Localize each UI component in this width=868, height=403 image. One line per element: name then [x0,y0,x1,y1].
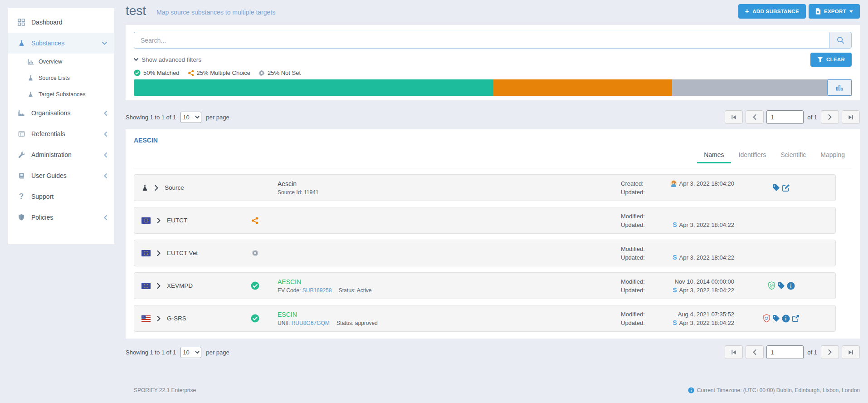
clear-filters-button[interactable]: CLEAR [810,53,852,67]
date-label: Updated: [621,221,660,229]
export-label: EXPORT [824,9,846,14]
add-substance-button[interactable]: + ADD SUBSTANCE [738,4,806,19]
chevron-right-icon[interactable] [157,251,161,256]
first-page-icon [731,350,736,355]
shield-check-icon[interactable] [768,281,775,290]
legend-not-set: 25% Not Set [258,69,301,76]
table-row-eutct: EUTCT Modified: Updated: [134,207,836,234]
match-progress-bar [134,79,852,96]
tab-mapping[interactable]: Mapping [814,149,852,163]
sidebar-item-substances[interactable]: Substances [8,33,114,54]
legend-label: 50% Matched [143,69,180,76]
tag-icon[interactable] [772,315,780,322]
table-row-source: Source Aescin Source Id: 11941 Created: … [134,174,836,201]
info-icon[interactable] [787,282,795,290]
sidebar-item-administration[interactable]: Administration [8,144,114,165]
plus-icon: + [745,8,750,15]
shield-sync-icon[interactable] [763,314,770,323]
list-icon [17,131,25,137]
gear-icon [258,70,265,76]
tag-icon[interactable] [777,282,785,290]
last-page-button[interactable] [842,345,860,359]
sporify-s-icon: S [673,286,677,295]
advanced-filters-toggle[interactable]: Show advanced filters [134,56,201,63]
next-page-button[interactable] [821,345,839,359]
last-page-button[interactable] [842,110,860,124]
main-content: test Map source substances to multiple t… [126,0,860,393]
sidebar-item-support[interactable]: ? Support [8,186,114,207]
external-link-icon[interactable] [792,315,800,322]
matched-check-icon [251,314,259,323]
progress-segment-not-set [672,79,852,96]
per-page-select[interactable]: 10 [180,347,201,358]
first-page-button[interactable] [725,110,743,124]
funnel-icon [817,57,823,63]
chevron-right-icon[interactable] [155,185,158,191]
detail-status: Status: approved [336,320,378,326]
chevron-left-icon [104,152,107,157]
sidebar-item-referentials[interactable]: Referentials [8,123,114,144]
first-page-button[interactable] [725,345,743,359]
chart-toggle-button[interactable] [827,79,852,96]
flask-icon [27,75,34,81]
sidebar-item-source-lists[interactable]: Source Lists [8,70,114,86]
detail-text: UNII: [278,320,290,326]
clear-label: CLEAR [826,57,845,62]
date-label: Created: [621,179,660,188]
prev-page-button[interactable] [746,110,764,124]
wrench-icon [17,152,25,158]
sidebar-item-overview[interactable]: Overview [8,54,114,70]
tab-names[interactable]: Names [697,149,731,163]
share-icon [188,70,194,76]
page-header: test Map source substances to multiple t… [126,0,860,25]
next-page-button[interactable] [821,110,839,124]
sidebar-label: Overview [39,59,62,65]
chevron-right-icon[interactable] [157,316,161,321]
detail-link[interactable]: SUB169258 [302,287,332,294]
search-button[interactable] [829,32,852,49]
date-label: Updated: [621,286,660,295]
per-page-select[interactable]: 10 [180,112,201,123]
sidebar-item-policies[interactable]: Policies [8,207,114,228]
sidebar-item-target-substances[interactable]: Target Substances [8,86,114,103]
page-number-input[interactable] [766,345,804,359]
chevron-right-icon[interactable] [157,218,161,223]
substance-name: AESCIN [278,278,621,286]
sidebar-item-organisations[interactable]: Organisations [8,103,114,123]
prev-page-button[interactable] [746,345,764,359]
detail-link[interactable]: RUU8G67GQM [292,320,330,326]
table-row-xevmpd: XEVMPD AESCIN EV Code: SUB169258 Status:… [134,272,836,299]
divider [134,168,852,168]
gear-icon [252,250,258,256]
pagination-top: Showing 1 to 1 of 1 10 per page of 1 [126,110,860,124]
tab-scientific[interactable]: Scientific [774,149,813,163]
book-icon [17,172,25,179]
legend-label: 25% Not Set [268,69,301,76]
app-version: SPORIFY 22.1 Enterprise [134,387,196,393]
last-page-icon [848,115,853,120]
info-icon[interactable] [782,315,790,323]
sidebar-label: Support [31,193,107,200]
export-button[interactable]: EXPORT [809,4,860,19]
chevron-right-icon[interactable] [157,283,161,289]
filter-panel: Show advanced filters CLEAR 50% Matched [126,25,860,100]
chevron-left-icon [104,215,107,220]
page-number-input[interactable] [766,110,804,124]
showing-label: Showing 1 to 1 of 1 [126,349,176,356]
eu-flag-icon [141,250,151,256]
edit-icon[interactable] [782,184,790,192]
sporify-s-icon: S [673,221,677,229]
chevron-left-icon [104,173,107,178]
search-input[interactable] [134,32,829,49]
sidebar-item-dashboard[interactable]: Dashboard [8,12,114,33]
legend-label: 25% Multiple Choice [197,69,251,76]
last-page-icon [848,350,853,355]
prev-page-icon [753,349,756,355]
pagination-bottom: Showing 1 to 1 of 1 10 per page of 1 [126,345,860,359]
tab-identifiers[interactable]: Identifiers [732,149,773,163]
bar-chart-icon [836,84,843,91]
question-icon: ? [17,192,25,201]
sidebar-item-user-guides[interactable]: User Guides [8,165,114,186]
tag-icon[interactable] [772,184,780,192]
match-legend: 50% Matched 25% Multiple Choice 25% Not … [134,69,852,77]
